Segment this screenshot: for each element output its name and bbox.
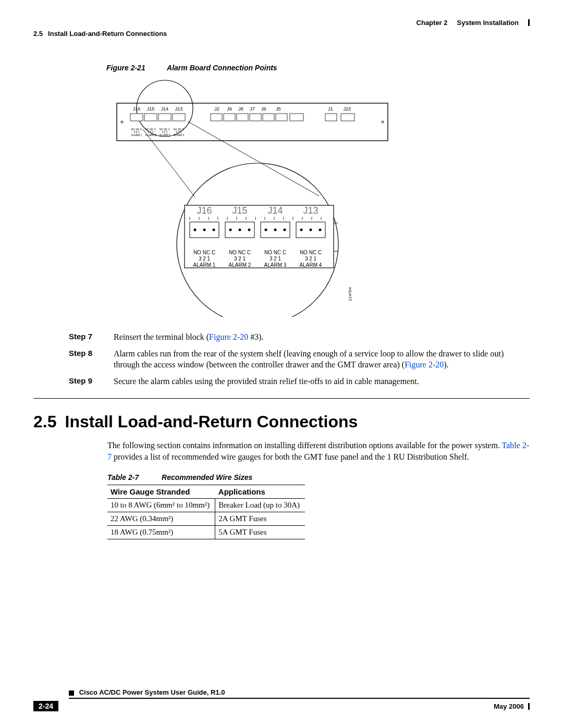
table-cell: 2A GMT Fuses <box>215 512 305 525</box>
svg-point-56 <box>229 229 232 231</box>
svg-rect-25 <box>325 114 337 121</box>
step-body: Reinsert the terminal block (Figure 2-20… <box>114 331 530 343</box>
svg-text:3  2  1: 3 2 1 <box>162 131 168 133</box>
table-cell: 22 AWG (0.34mm²) <box>107 512 215 525</box>
running-header: Chapter 2 System Installation <box>33 19 530 27</box>
figure-number: Figure 2-21 <box>106 64 145 72</box>
svg-text:3  2  1: 3 2 1 <box>176 131 182 133</box>
section-number: 2.5 <box>33 30 43 38</box>
svg-point-64 <box>319 229 322 231</box>
table-header: Wire Gauge Stranded <box>107 485 215 498</box>
svg-rect-17 <box>173 114 185 121</box>
publication-date: May 2006 <box>494 702 524 710</box>
svg-text:J16: J16 <box>197 205 212 216</box>
xref-link[interactable]: Figure 2-20 <box>209 332 248 341</box>
svg-text:J7: J7 <box>250 106 255 112</box>
table-caption: Table 2-7 Recommended Wire Sizes <box>107 473 530 482</box>
svg-text:3  2  1: 3 2 1 <box>134 131 140 133</box>
svg-point-54 <box>203 229 206 231</box>
page-footer: Cisco AC/DC Power System User Guide, R1.… <box>33 688 530 711</box>
svg-rect-22 <box>263 114 274 121</box>
table-row: 22 AWG (0.34mm²) 2A GMT Fuses <box>107 512 305 525</box>
section-title: Install Load-and-Return Connections <box>65 412 358 431</box>
table-row: 18 AWG (0.75mm²) 5A GMT Fuses <box>107 525 305 539</box>
svg-text:ALARM 3: ALARM 3 <box>264 262 287 268</box>
figure-caption: Figure 2-21 Alarm Board Connection Point… <box>106 64 530 72</box>
svg-rect-14 <box>130 114 143 121</box>
svg-text:J13: J13 <box>303 205 318 216</box>
svg-rect-20 <box>237 114 248 121</box>
svg-point-59 <box>265 229 267 231</box>
svg-rect-21 <box>250 114 261 121</box>
step-body: Secure the alarm cables using the provid… <box>114 376 530 387</box>
svg-rect-16 <box>158 114 171 121</box>
svg-point-60 <box>274 229 277 231</box>
doc-title: Cisco AC/DC Power System User Guide, R1.… <box>79 688 225 696</box>
svg-text:J16: J16 <box>133 106 141 112</box>
svg-rect-24 <box>290 114 303 121</box>
section-intro: The following section contains informati… <box>107 440 530 462</box>
svg-text:NO NC  C: NO NC C <box>264 250 286 255</box>
svg-text:J8: J8 <box>238 106 243 112</box>
section-title: Install Load-and-Return Connections <box>48 30 167 38</box>
svg-text:NO NC  C: NO NC C <box>193 250 215 255</box>
svg-rect-23 <box>276 114 287 121</box>
step-body: Alarm cables run from the rear of the sy… <box>114 348 530 371</box>
table-row: 10 to 8 AWG (6mm² to 10mm²) Breaker Load… <box>107 498 305 512</box>
svg-text:J15: J15 <box>232 205 247 216</box>
svg-point-55 <box>213 229 215 231</box>
svg-text:3    2    1: 3 2 1 <box>270 256 282 262</box>
svg-point-58 <box>248 229 251 231</box>
svg-text:ALARM 2: ALARM 2 <box>229 262 251 268</box>
xref-link[interactable]: Figure 2-20 <box>405 360 444 369</box>
svg-text:J6: J6 <box>261 106 266 112</box>
svg-text:J14: J14 <box>161 106 169 112</box>
svg-text:ALARM 1: ALARM 1 <box>131 134 142 137</box>
svg-text:J13: J13 <box>175 106 183 112</box>
svg-text:NO NC  C: NO NC C <box>300 250 322 255</box>
table-cell: 5A GMT Fuses <box>215 525 305 539</box>
section-heading: 2.5Install Load-and-Return Connections <box>33 412 530 431</box>
drawing-id: 124764 <box>348 287 352 301</box>
table-title: Recommended Wire Sizes <box>162 473 252 482</box>
svg-text:J5: J5 <box>276 106 281 112</box>
figure-title: Alarm Board Connection Points <box>167 64 277 72</box>
svg-text:J15: J15 <box>147 106 155 112</box>
page-number: 2-24 <box>33 701 58 711</box>
svg-text:J22: J22 <box>344 106 351 112</box>
step-row: Step 8 Alarm cables run from the rear of… <box>33 348 530 371</box>
step-label: Step 8 <box>69 348 105 371</box>
step-label: Step 9 <box>69 376 105 387</box>
table-header: Applications <box>215 485 305 498</box>
svg-text:3    2    1: 3 2 1 <box>199 256 211 262</box>
table-cell: 18 AWG (0.75mm²) <box>107 525 215 539</box>
svg-text:ALARM 1: ALARM 1 <box>193 262 216 268</box>
svg-text:ALARM 4: ALARM 4 <box>300 262 322 268</box>
table-cell: 10 to 8 AWG (6mm² to 10mm²) <box>107 498 215 512</box>
svg-text:NO NC  C: NO NC C <box>229 250 251 255</box>
svg-rect-26 <box>341 114 354 121</box>
running-section: 2.5 Install Load-and-Return Connections <box>33 30 530 38</box>
table-cell: Breaker Load (up to 30A) <box>215 498 305 512</box>
svg-text:J2: J2 <box>214 106 219 112</box>
step-list: Step 7 Reinsert the terminal block (Figu… <box>33 331 530 387</box>
section-divider <box>33 398 530 399</box>
svg-text:3  2  1: 3 2 1 <box>148 131 154 133</box>
svg-point-62 <box>300 229 303 231</box>
svg-rect-19 <box>224 114 235 121</box>
svg-text:J9: J9 <box>227 106 232 112</box>
figure-diagram: J16 J15 J14 J13 J2 J9 J8 J7 J6 J5 J1 J22 <box>106 77 398 319</box>
header-bar-icon <box>528 19 530 26</box>
chapter-title: System Installation <box>457 19 519 27</box>
svg-point-53 <box>194 229 197 231</box>
svg-rect-15 <box>144 114 157 121</box>
svg-rect-18 <box>211 114 222 121</box>
section-number: 2.5 <box>33 412 56 431</box>
step-label: Step 7 <box>69 331 105 343</box>
wire-size-table: Wire Gauge Stranded Applications 10 to 8… <box>107 485 305 539</box>
svg-point-57 <box>239 229 241 231</box>
chapter-label: Chapter 2 <box>417 19 448 27</box>
svg-point-61 <box>284 229 286 231</box>
svg-point-63 <box>310 229 312 231</box>
svg-text:3    2    1: 3 2 1 <box>305 256 317 262</box>
